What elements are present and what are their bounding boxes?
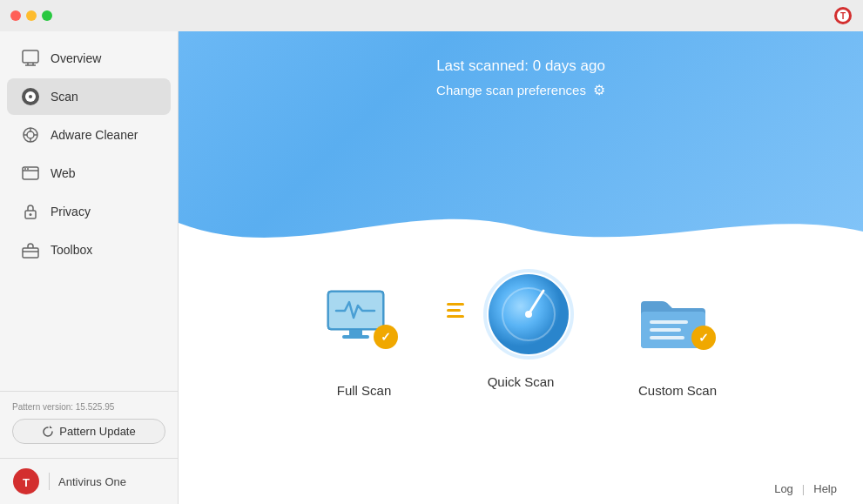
adware-cleaner-icon	[21, 125, 40, 144]
svg-rect-29	[342, 335, 369, 339]
toolbox-icon	[21, 240, 40, 259]
sidebar-item-web[interactable]: Web	[7, 155, 171, 192]
qs-line-2	[447, 309, 461, 312]
bottom-bar: Log | Help	[765, 473, 863, 504]
svg-point-19	[27, 168, 29, 170]
sidebar-footer: Pattern version: 15.525.95 Pattern Updat…	[0, 391, 178, 458]
svg-text:T: T	[840, 11, 846, 21]
quick-scan-icon-wrap	[464, 266, 577, 362]
brand-bar: T Antivirus One	[0, 458, 178, 504]
quick-scan-icon	[481, 266, 576, 362]
close-button[interactable]	[10, 10, 21, 21]
custom-scan-card[interactable]: ✓ Custom Scan	[630, 275, 725, 398]
full-scan-card[interactable]: ✓ Full Scan	[316, 275, 412, 398]
quick-scan-card[interactable]: Quick Scan	[464, 275, 577, 389]
sidebar-item-toolbox[interactable]: Toolbox	[7, 232, 171, 268]
sidebar-item-privacy[interactable]: Privacy	[7, 193, 171, 230]
sidebar-item-overview-label: Overview	[51, 51, 101, 65]
app-icon: T	[833, 6, 853, 25]
sidebar-item-overview[interactable]: Overview	[7, 40, 171, 77]
help-link[interactable]: Help	[805, 482, 846, 495]
sidebar-item-scan-label: Scan	[51, 90, 78, 104]
svg-rect-40	[650, 336, 684, 339]
quick-scan-label: Quick Scan	[488, 374, 555, 389]
scan-icon	[21, 87, 40, 106]
sidebar-item-web-label: Web	[51, 166, 76, 180]
custom-scan-icon: ✓	[634, 284, 721, 362]
wave-decoration	[179, 188, 863, 258]
main-content: Last scanned: 0 days ago Change scan pre…	[179, 31, 863, 504]
sidebar-item-adware-label: Adware Cleaner	[51, 128, 138, 142]
sidebar-item-privacy-label: Privacy	[51, 205, 91, 218]
svg-point-18	[24, 168, 26, 170]
svg-rect-3	[23, 50, 38, 63]
minimize-button[interactable]	[26, 10, 37, 21]
svg-point-9	[29, 95, 32, 98]
quick-scan-lines	[447, 303, 464, 318]
sidebar-item-adware-cleaner[interactable]: Adware Cleaner	[7, 117, 171, 153]
svg-rect-38	[650, 320, 688, 324]
svg-point-36	[525, 311, 532, 318]
hero-section: Last scanned: 0 days ago Change scan pre…	[179, 31, 863, 258]
full-scan-icon: ✓	[320, 286, 408, 360]
svg-rect-22	[23, 248, 38, 258]
sidebar-item-scan[interactable]: Scan	[7, 78, 171, 115]
titlebar: T	[0, 0, 863, 31]
sidebar: Overview Scan	[0, 31, 179, 504]
scan-options: ✓ Full Scan	[179, 249, 863, 504]
brand-divider	[49, 473, 50, 490]
refresh-icon	[42, 426, 54, 438]
hero-text: Last scanned: 0 days ago Change scan pre…	[179, 31, 863, 98]
brand-name: Antivirus One	[58, 475, 126, 488]
svg-text:T: T	[23, 476, 30, 489]
svg-point-21	[30, 213, 32, 216]
maximize-button[interactable]	[42, 10, 52, 21]
web-icon	[21, 164, 40, 183]
traffic-lights	[10, 10, 52, 21]
svg-point-11	[27, 131, 34, 138]
pattern-update-button[interactable]: Pattern Update	[12, 419, 165, 444]
custom-scan-icon-wrap: ✓	[630, 275, 725, 371]
svg-text:✓: ✓	[381, 330, 391, 344]
qs-line-1	[447, 303, 464, 306]
svg-text:✓: ✓	[698, 331, 709, 345]
overview-icon	[21, 49, 40, 68]
change-prefs-link[interactable]: Change scan preferences ⚙	[179, 82, 863, 98]
trend-micro-logo: T	[12, 467, 40, 495]
full-scan-icon-wrap: ✓	[316, 275, 412, 371]
last-scanned-text: Last scanned: 0 days ago	[179, 57, 863, 75]
full-scan-label: Full Scan	[337, 383, 392, 398]
pattern-version: Pattern version: 15.525.95	[12, 402, 165, 412]
qs-line-3	[447, 315, 464, 318]
custom-scan-label: Custom Scan	[638, 383, 717, 398]
sidebar-item-toolbox-label: Toolbox	[51, 243, 92, 257]
privacy-icon	[21, 202, 40, 221]
nav-list: Overview Scan	[0, 31, 178, 391]
log-link[interactable]: Log	[765, 482, 802, 495]
gear-icon: ⚙	[593, 82, 605, 98]
svg-rect-39	[650, 328, 681, 332]
